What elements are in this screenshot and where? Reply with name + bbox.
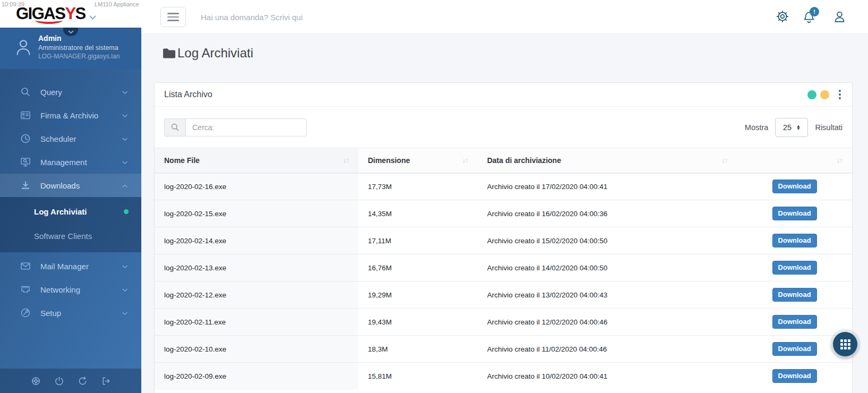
table-row: log-2020-02-13.exe 16,76M Archivio creat…: [155, 254, 852, 281]
file-size-cell: 19,43M: [358, 309, 478, 336]
logout-icon[interactable]: [101, 376, 111, 386]
kebab-menu-icon[interactable]: [837, 88, 843, 101]
chevron-down-icon: [122, 157, 127, 167]
chevron-down-icon: [122, 110, 127, 120]
download-button[interactable]: Download: [772, 180, 817, 193]
download-button[interactable]: Download: [772, 207, 817, 220]
table-row: log-2020-02-09.exe 15,81M Archivio creat…: [155, 363, 852, 390]
show-label: Mostra: [745, 123, 768, 132]
user-account-icon[interactable]: [832, 10, 847, 26]
archive-date-cell: Archivio creato il 12/02/2020 04:00:46: [478, 309, 737, 336]
sidebar-item-setup[interactable]: Setup: [0, 301, 141, 324]
sidebar-item-query[interactable]: Query: [0, 80, 141, 104]
archive-date-cell: Archivio creato il 16/02/2020 04:00:36: [478, 200, 737, 227]
file-name-cell: log-2020-02-12.exe: [155, 281, 358, 309]
id-card-icon: [20, 110, 31, 121]
chevron-down-icon: [122, 87, 127, 97]
power-icon[interactable]: [54, 376, 64, 386]
envelope-icon: [20, 261, 31, 271]
archive-date-cell: Archivio creato il 11/02/2020 04:00:46: [478, 336, 737, 363]
logo-swoosh: [35, 16, 63, 24]
table-row: log-2020-02-10.exe 18,3M Archivio creato…: [155, 336, 852, 363]
sidebar: Admin Amministratore del sistema LOG-MAN…: [0, 28, 141, 393]
folder-icon: [162, 47, 176, 59]
search-icon: [164, 118, 185, 136]
archive-date-cell: Archivio creato il 17/02/2020 04:00:41: [478, 173, 737, 200]
archive-date-cell: Archivio creato il 13/02/2020 04:00:43: [478, 281, 737, 309]
chevron-down-icon: [122, 134, 127, 143]
column-header-data-archiviazione[interactable]: Data di archiviazione↓↑: [478, 148, 737, 173]
table-row: log-2020-02-15.exe 14,35M Archivio creat…: [155, 200, 852, 227]
table-row: log-2020-02-12.exe 19,29M Archivio creat…: [155, 281, 852, 309]
user-role: Amministratore del sistema: [38, 44, 137, 52]
page-size-select[interactable]: 25 ▲▼: [775, 118, 808, 137]
settings-gear-icon[interactable]: [776, 10, 789, 25]
table-toolbar: Mostra 25 ▲▼ Risultati: [155, 107, 852, 148]
column-header-dimensione[interactable]: Dimensione↓↑: [358, 148, 478, 173]
hamburger-menu-button[interactable]: [160, 7, 186, 27]
file-size-cell: 19,29M: [358, 281, 478, 309]
file-name-cell: log-2020-02-09.exe: [155, 363, 358, 390]
file-name-cell: log-2020-02-15.exe: [155, 200, 358, 227]
question-search-input[interactable]: [201, 8, 429, 25]
apps-grid-fab-button[interactable]: [833, 332, 857, 356]
sidebar-item-scheduler[interactable]: Scheduler: [0, 127, 141, 150]
file-name-cell: log-2020-02-10.exe: [155, 336, 358, 363]
grid-icon: [840, 339, 850, 349]
main-content: Log Archiviati Lista Archivo Mostra 25: [141, 33, 868, 393]
submenu-item-log-archiviati[interactable]: Log Archiviati: [0, 199, 141, 224]
download-button[interactable]: Download: [772, 288, 817, 302]
downloads-submenu: Log Archiviati Software Clients: [0, 197, 141, 252]
sort-icon[interactable]: ↓↑: [721, 156, 727, 164]
download-button[interactable]: Download: [772, 315, 817, 329]
table-row: log-2020-02-16.exe 17,73M Archivio creat…: [155, 173, 852, 200]
download-button[interactable]: Download: [772, 342, 817, 356]
sidebar-item-networking[interactable]: Networking: [0, 278, 141, 301]
close-dot-button[interactable]: [820, 90, 829, 99]
table-row: log-2020-02-14.exe 17,11M Archivio creat…: [155, 227, 852, 254]
sidebar-item-downloads[interactable]: Downloads: [0, 174, 141, 197]
table-header-row: Nome File↓↑ Dimensione↓↑ Data di archivi…: [155, 148, 852, 173]
archive-list-card: Lista Archivo Mostra 25 ▲▼ Risu: [154, 82, 853, 393]
archive-table: Nome File↓↑ Dimensione↓↑ Data di archivi…: [155, 148, 852, 390]
appliance-label: LM110 Appliance: [95, 1, 139, 7]
chevron-down-icon: [122, 261, 127, 271]
user-panel: Admin Amministratore del sistema LOG-MAN…: [0, 28, 141, 69]
sidebar-footer: [0, 369, 141, 393]
sidebar-menu: Query Firma & Archivio: [0, 80, 141, 324]
file-size-cell: 17,11M: [358, 227, 478, 254]
submenu-item-software-clients[interactable]: Software Clients: [0, 224, 141, 248]
sidebar-item-management[interactable]: Management: [0, 150, 141, 174]
logo-chevron-down-icon[interactable]: [89, 13, 96, 22]
file-size-cell: 16,76M: [358, 254, 478, 281]
results-label: Risultati: [815, 123, 843, 132]
helm-icon[interactable]: [31, 376, 41, 386]
chevron-down-icon: [122, 285, 127, 294]
top-header: !: [141, 0, 868, 33]
page-size-control: Mostra 25 ▲▼ Risultati: [745, 118, 843, 137]
sidebar-item-firma-archivio[interactable]: Firma & Archivio: [0, 104, 141, 127]
collapse-dot-button[interactable]: [807, 90, 816, 99]
file-size-cell: 17,73M: [358, 173, 478, 200]
column-header-download[interactable]: ↓↑: [737, 148, 852, 173]
download-button[interactable]: Download: [772, 261, 817, 275]
sort-icon[interactable]: ↓↑: [837, 156, 843, 164]
card-header: Lista Archivo: [155, 83, 852, 107]
column-header-nome-file[interactable]: Nome File↓↑: [155, 148, 358, 173]
monitor-search-icon: [20, 157, 31, 167]
sort-icon[interactable]: ↓↑: [462, 156, 468, 164]
user-hostname: LOG-MANAGER.gigasys.lan: [38, 53, 137, 60]
sidebar-item-mail-manager[interactable]: Mail Manager: [0, 254, 141, 278]
download-button[interactable]: Download: [772, 369, 817, 383]
archive-date-cell: Archivio creato il 14/02/2020 04:00:50: [478, 254, 737, 281]
download-button[interactable]: Download: [772, 234, 817, 247]
file-name-cell: log-2020-02-16.exe: [155, 173, 358, 200]
sort-icon[interactable]: ↓↑: [343, 156, 348, 164]
download-icon: [20, 180, 31, 191]
table-search-input[interactable]: [185, 118, 307, 136]
table-search-group: [164, 118, 307, 136]
active-page-dot: [124, 209, 129, 214]
chevron-up-icon: [122, 181, 127, 190]
clock-icon: [20, 133, 31, 144]
refresh-icon[interactable]: [78, 376, 88, 386]
